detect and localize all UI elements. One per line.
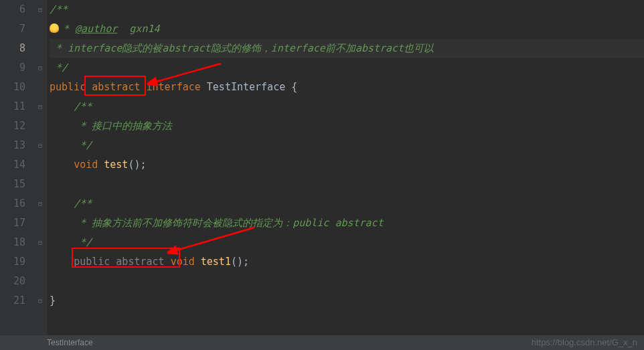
fold-close-icon[interactable]: ⊟: [36, 297, 44, 305]
line-number[interactable]: 21: [0, 291, 25, 311]
code-line-current: * interface隐式的被abstract隐式的修饰，interface前不…: [50, 39, 644, 58]
line-number[interactable]: 10: [0, 78, 25, 97]
line-number[interactable]: 9: [0, 58, 25, 78]
line-number[interactable]: 7: [0, 19, 25, 39]
code-line: /**: [50, 97, 644, 116]
code-line: /**: [50, 194, 644, 213]
code-line: [50, 272, 644, 291]
code-line: * 接口中的抽象方法: [50, 116, 644, 136]
fold-column[interactable]: ⊟ ⊟ ⊟ ⊟ ⊟ ⊟ ⊟: [33, 0, 47, 350]
intention-bulb-icon[interactable]: [50, 23, 59, 33]
line-number-gutter[interactable]: 6 7 8 9 10 11 12 13 14 15 16 17 18 19 20…: [0, 0, 33, 350]
line-number[interactable]: 6: [0, 0, 25, 19]
line-number[interactable]: 12: [0, 116, 25, 136]
code-editor: 6 7 8 9 10 11 12 13 14 15 16 17 18 19 20…: [0, 0, 644, 350]
code-line: public abstract interface TestInterface …: [50, 78, 644, 97]
line-number[interactable]: 13: [0, 136, 25, 155]
fold-close-icon[interactable]: ⊟: [36, 142, 44, 150]
code-line: */: [50, 136, 644, 155]
line-number[interactable]: 14: [0, 155, 25, 175]
code-line: * @author gxn14: [50, 19, 644, 39]
line-number[interactable]: 20: [0, 272, 25, 291]
code-area[interactable]: /** * @author gxn14 * interface隐式的被abstr…: [47, 0, 644, 350]
line-number[interactable]: 18: [0, 233, 25, 252]
code-line: public abstract void test1();: [50, 252, 644, 272]
code-line: */: [50, 58, 644, 78]
line-number[interactable]: 16: [0, 194, 25, 213]
fold-open-icon[interactable]: ⊟: [36, 103, 44, 111]
code-line: void test();: [50, 155, 644, 175]
line-number[interactable]: 15: [0, 175, 25, 194]
fold-close-icon[interactable]: ⊟: [36, 239, 44, 247]
code-line: */: [50, 233, 644, 252]
fold-open-icon[interactable]: ⊟: [36, 200, 44, 208]
line-number-current[interactable]: 8: [0, 39, 25, 58]
line-number[interactable]: 19: [0, 252, 25, 272]
code-line: }: [50, 291, 644, 311]
breadcrumb-item[interactable]: TestInterface: [47, 338, 93, 347]
watermark-text: https://blog.csdn.net/G_x_n: [532, 337, 637, 347]
code-line: /**: [50, 0, 644, 19]
line-number[interactable]: 17: [0, 213, 25, 233]
fold-close-icon[interactable]: ⊟: [36, 64, 44, 72]
code-line: [50, 175, 644, 194]
fold-open-icon[interactable]: ⊟: [36, 6, 44, 14]
code-line: * 抽象方法前不加修饰符时会被隐式的指定为：public abstract: [50, 213, 644, 233]
line-number[interactable]: 11: [0, 97, 25, 116]
